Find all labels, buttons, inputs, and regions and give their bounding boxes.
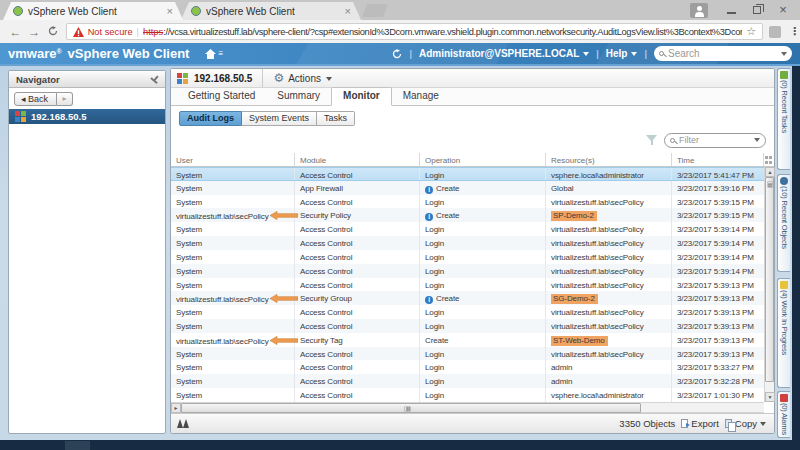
url-text: ://vcsa.virtualizestuff.lab/vsphere-clie… [163,27,742,37]
find-icon[interactable] [177,419,189,428]
tab-getting-started[interactable]: Getting Started [177,88,266,105]
table-row[interactable]: System Access Control iLogin virtualizes… [171,236,764,250]
table-row[interactable]: System Access Control iLogin virtualizes… [171,278,764,292]
scrollbar-thumb[interactable] [181,403,641,413]
table-row[interactable]: System Access Control iLogin virtualizes… [171,305,764,319]
bookmark-star-icon[interactable]: ☆ [746,25,756,38]
nav-item-vcenter[interactable]: 192.168.50.5 [9,109,165,124]
scrollbar-thumb[interactable] [765,177,774,382]
home-icon[interactable]: ≡ [205,49,223,59]
vsphere-favicon-icon [191,6,201,16]
vertical-scrollbar[interactable]: ▲ ▼ [764,167,774,402]
sidebar-tab-work-in-progress[interactable]: (4) Work In Progress [777,278,790,388]
column-header-resources[interactable]: Resource(s) [546,153,672,166]
tab-title: vSphere Web Client [28,6,162,17]
info-icon: i [425,296,433,304]
tab-monitor[interactable]: Monitor [331,87,392,106]
vmware-logo: vmware® [8,46,62,61]
subtab-system-events[interactable]: System Events [242,111,317,126]
column-options-icon[interactable] [764,154,773,166]
tab-manage[interactable]: Manage [392,88,450,105]
profile-avatar-icon[interactable] [690,3,708,18]
tab-close-icon[interactable]: × [345,6,351,17]
horizontal-scrollbar[interactable]: ◄ ► [171,402,764,413]
sidebar-tab-alarms[interactable]: (0) Alarms [777,391,790,438]
annotation-arrow-icon [270,211,298,220]
table-row[interactable]: virtualizestuff.lab\secPolicy Security T… [171,333,764,347]
actions-button[interactable]: Actions [288,73,332,84]
nav-back-button[interactable]: ◂ Back [14,92,57,106]
export-icon [681,419,688,428]
table-row[interactable]: System Access Control iLogin vsphere.loc… [171,167,764,181]
table-row[interactable]: System Access Control iLogin virtualizes… [171,195,764,209]
grid-footer: 3350 Objects Export Copy [171,413,774,433]
table-row[interactable]: System Access Control iLogin virtualizes… [171,264,764,278]
column-header-user[interactable]: User [171,153,295,166]
subtab-audit-logs[interactable]: Audit Logs [179,111,242,126]
table-row[interactable]: System Access Control iLogin admin 3/23/… [171,374,764,388]
audit-table-body: System Access Control iLogin vsphere.loc… [171,167,764,402]
close-button[interactable]: × [770,2,796,18]
browser-tab-inactive[interactable]: vSphere Web Client × [181,2,361,20]
browser-menu-icon[interactable]: ⋮ [789,25,800,38]
refresh-icon[interactable] [392,49,402,59]
export-button[interactable]: Export [681,418,718,429]
tab-summary[interactable]: Summary [266,88,331,105]
search-icon [670,138,675,143]
table-row[interactable]: virtualizestuff.lab\secPolicy Security G… [171,291,764,305]
column-header-time[interactable]: Time [672,153,764,166]
nav-forward-button[interactable]: ▸ [57,92,73,106]
table-row[interactable]: System Access Control iLogin virtualizes… [171,347,764,361]
navigator-title: Navigator [9,71,165,88]
back-icon[interactable]: ← [6,25,25,39]
column-header-module[interactable]: Module [295,153,420,166]
omnibox[interactable]: Not secure | https ://vcsa.virtualizestu… [66,23,763,40]
not-secure-label[interactable]: Not secure [88,27,133,37]
copy-icon [725,419,732,428]
global-search-input[interactable]: Search [654,46,792,61]
main-panel: 192.168.50.5 ⚙ Actions Getting Started S… [170,68,775,434]
pin-icon[interactable] [149,73,161,85]
maximize-button[interactable] [744,2,770,18]
sidebar-tab-recent-tasks[interactable]: (0) Recent Tasks [777,68,790,170]
vcenter-icon [15,111,26,122]
browser-tab-active[interactable]: vSphere Web Client × [3,2,183,20]
forward-icon[interactable]: → [25,25,44,39]
table-row[interactable]: System Access Control iLogin admin 3/23/… [171,360,764,374]
reload-icon[interactable] [44,25,63,39]
filter-input[interactable]: Filter [664,133,766,148]
table-row[interactable]: System Access Control iLogin virtualizes… [171,319,764,333]
sidebar-tab-recent-objects[interactable]: (10) Recent Objects [777,174,790,272]
sidebar-tab-icon [780,281,788,289]
warning-icon [73,27,84,37]
table-row[interactable]: System Access Control iLogin vsphere.loc… [171,388,764,402]
search-icon [659,51,664,56]
annotation-arrow-icon [270,336,298,345]
chevron-down-icon[interactable] [781,52,787,56]
object-title: 192.168.50.5 [194,73,252,84]
minimize-button[interactable] [718,2,744,18]
table-row[interactable]: System App Firewall iCreate Global 3/23/… [171,181,764,195]
copy-button[interactable]: Copy [725,418,766,429]
tab-bar: Getting Started Summary Monitor Manage [171,88,774,106]
subtab-tasks[interactable]: Tasks [317,111,355,126]
chevron-down-icon [326,77,332,81]
chevron-down-icon [583,52,589,56]
table-row[interactable]: System Access Control iLogin virtualizes… [171,222,764,236]
chevron-down-icon[interactable] [754,138,760,142]
scroll-right-icon[interactable]: ► [171,403,181,413]
user-menu[interactable]: Administrator@VSPHERE.LOCAL [419,48,589,59]
table-row[interactable]: virtualizestuff.lab\secPolicy Security P… [171,208,764,222]
product-title: vSphere Web Client [68,46,190,61]
column-header-operation[interactable]: Operation [420,153,546,166]
scroll-down-icon[interactable]: ▼ [765,392,775,402]
filter-funnel-icon[interactable] [646,135,657,145]
tab-close-icon[interactable]: × [167,6,173,17]
subtab-bar: Audit Logs System Events Tasks [179,111,355,126]
scroll-up-icon[interactable]: ▲ [765,167,775,177]
help-menu[interactable]: Help [606,48,638,59]
vsphere-favicon-icon [13,6,23,16]
table-row[interactable]: System Access Control iLogin virtualizes… [171,250,764,264]
extension-icon[interactable] [769,26,781,38]
new-tab-button[interactable] [362,4,388,17]
